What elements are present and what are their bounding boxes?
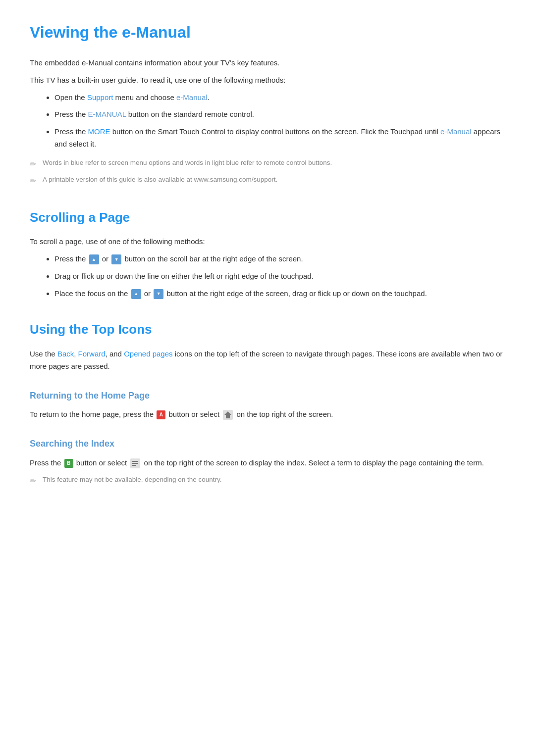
bullet3-mid: button on the Smart Touch Control to dis… <box>110 127 441 136</box>
section-index-title: Searching the Index <box>30 437 505 451</box>
index-icon <box>130 458 141 469</box>
back-link: Back <box>57 350 74 358</box>
list-item: Press the E-MANUAL button on the standar… <box>54 108 505 121</box>
bullet2-pre: Press the <box>54 110 88 118</box>
bullet1-mid: menu and choose <box>113 93 176 101</box>
intro-line2: This TV has a built-in user guide. To re… <box>30 74 505 87</box>
list-item: Press the ▲ or ▼ button on the scroll ba… <box>54 253 505 265</box>
list-item: Open the Support menu and choose e-Manua… <box>54 92 505 104</box>
top-icons-desc: Use the Back, Forward, and Opened pages … <box>30 348 505 373</box>
svg-rect-3 <box>132 461 138 462</box>
svg-rect-4 <box>132 463 138 464</box>
note-icon: ✏ <box>30 158 39 171</box>
index-pre: Press the <box>30 458 63 467</box>
note-icon: ✏ <box>30 175 39 188</box>
page-title: Viewing the e-Manual <box>30 20 505 45</box>
bullet3-pre: Press the <box>54 127 88 136</box>
list-item: Drag or flick up or down the line on eit… <box>54 270 505 283</box>
index-end: on the top right of the screen to displa… <box>142 458 483 467</box>
svg-rect-5 <box>132 465 136 466</box>
section-scrolling-title: Scrolling a Page <box>30 207 505 228</box>
forward-link: Forward <box>78 350 106 358</box>
top-icons-pre: Use the <box>30 350 57 358</box>
bullet1-pre: Open the <box>54 93 87 101</box>
scroll-up-button2: ▲ <box>131 289 141 299</box>
bullet1-end: . <box>208 93 210 101</box>
home-end: on the top right of the screen. <box>234 410 333 418</box>
scroll-down-button: ▼ <box>111 254 121 264</box>
note2: ✏ A printable version of this guide is a… <box>30 174 505 188</box>
list-item: Press the MORE button on the Smart Touch… <box>54 126 505 151</box>
scroll-down-button2: ▼ <box>154 289 163 299</box>
bullet2-link: E-MANUAL <box>88 110 126 118</box>
note1-text: Words in blue refer to screen menu optio… <box>43 157 332 168</box>
scroll-bullet1-pre: Press the <box>54 254 88 263</box>
bullet3-link2: e-Manual <box>440 127 472 136</box>
scroll-up-button: ▲ <box>89 254 99 264</box>
bullet3-link: MORE <box>88 127 110 136</box>
index-desc: Press the B button or select on the top … <box>30 457 505 469</box>
list-item: Place the focus on the ▲ or ▼ button at … <box>54 288 505 300</box>
note2-text: A printable version of this guide is als… <box>43 174 277 185</box>
note-index-text: This feature may not be available, depen… <box>43 474 221 485</box>
home-pre: To return to the home page, press the <box>30 410 156 418</box>
home-icon <box>222 409 233 420</box>
note1: ✏ Words in blue refer to screen menu opt… <box>30 157 505 171</box>
section-top-icons-title: Using the Top Icons <box>30 319 505 340</box>
scroll-bullet3-mid: button at the right edge of the screen, … <box>164 289 427 298</box>
intro-list: Open the Support menu and choose e-Manua… <box>30 92 505 151</box>
note-icon: ✏ <box>30 475 39 488</box>
bullet1-link1: Support <box>87 93 113 101</box>
scrolling-list: Press the ▲ or ▼ button on the scroll ba… <box>30 253 505 300</box>
home-mid: button or select <box>166 410 221 418</box>
scrolling-intro: To scroll a page, use of one of the foll… <box>30 236 505 248</box>
section-home-title: Returning to the Home Page <box>30 389 505 403</box>
index-mid: button or select <box>74 458 129 467</box>
scroll-bullet3-pre: Place the focus on the <box>54 289 130 298</box>
scroll-bullet1-end: button on the scroll bar at the right ed… <box>122 254 303 263</box>
a-button: A <box>157 410 165 419</box>
home-desc: To return to the home page, press the A … <box>30 408 505 421</box>
note-index: ✏ This feature may not be available, dep… <box>30 474 505 488</box>
scroll-bullet2: Drag or flick up or down the line on eit… <box>54 272 314 280</box>
opened-pages-link: Opened pages <box>124 350 172 358</box>
intro-line1: The embedded e-Manual contains informati… <box>30 57 505 69</box>
bullet2-end: button on the standard remote control. <box>126 110 255 118</box>
bullet1-link2: e-Manual <box>176 93 208 101</box>
b-button: B <box>64 459 73 468</box>
